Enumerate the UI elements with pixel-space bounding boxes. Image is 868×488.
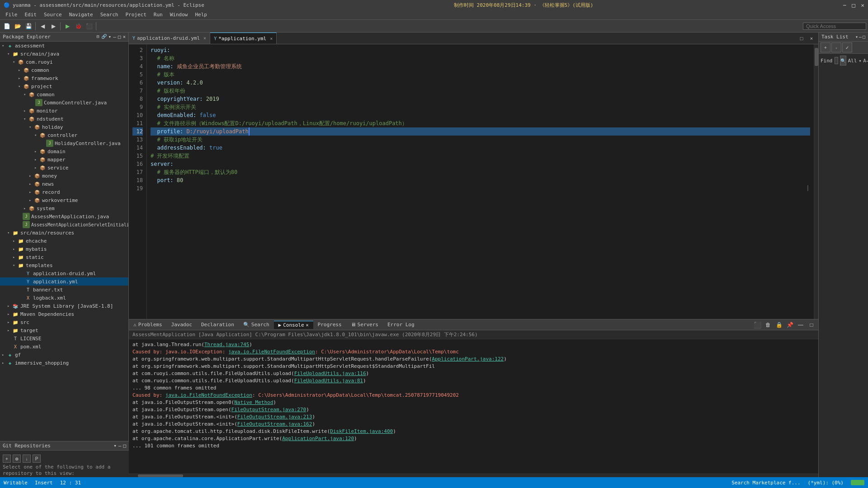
pkg-close-icon[interactable]: × (123, 34, 126, 40)
find-input[interactable] (835, 57, 838, 64)
tree-item-immersive[interactable]: ▸ ◈ immersive_shopping (0, 359, 128, 367)
tree-item-src-main-java[interactable]: ▾ 📁 src/main/java (0, 50, 128, 58)
tree-item-static[interactable]: ▸ 📁 static (0, 253, 128, 261)
console-tab-close[interactable]: × (306, 323, 309, 328)
tree-item-workovertime[interactable]: ▸ 📦 workovertime (0, 196, 128, 204)
find-replace-icon[interactable]: A→ (863, 58, 868, 63)
tree-item-jre[interactable]: ▸ 📚 JRE System Library [JavaSE-1.8] (0, 302, 128, 310)
git-maximize-icon[interactable]: □ (123, 443, 126, 449)
task-list-minimize[interactable]: — (859, 34, 862, 39)
tab-app-yml[interactable]: Y *application.yml × (210, 33, 277, 44)
menu-edit[interactable]: Edit (21, 11, 41, 19)
console-terminate-button[interactable]: ⬛ (752, 320, 762, 330)
tree-item-target[interactable]: ▸ 📁 target (0, 326, 128, 334)
titlebar-controls[interactable]: − □ × (843, 2, 864, 9)
find-submit-button[interactable]: 🔍 (840, 56, 846, 66)
git-project-button[interactable]: P (33, 455, 41, 463)
tree-item-holiday-controller[interactable]: ▾ 📦 controller (0, 131, 128, 139)
tab-javadoc[interactable]: Javadoc (167, 321, 197, 328)
tab-declaration[interactable]: Declaration (197, 321, 239, 328)
apppart-link-2[interactable]: ApplicationPart.java:120 (282, 436, 354, 441)
tree-item-project-common[interactable]: ▾ 📦 common (0, 90, 128, 99)
console-scroll-lock-button[interactable]: 🔒 (774, 320, 784, 330)
diskfileitem-link[interactable]: DiskFileItem.java:400 (330, 428, 393, 434)
maximize-button[interactable]: □ (852, 2, 855, 9)
tree-item-holiday-controller-java[interactable]: J HolidayController.java (0, 139, 128, 147)
git-import-button[interactable]: ↓ (23, 455, 31, 463)
tab-druid-close[interactable]: × (203, 36, 206, 41)
tree-item-system[interactable]: ▸ 📦 system (0, 204, 128, 212)
tree-item-framework[interactable]: ▸ 📦 framework (0, 74, 128, 82)
tree-item-monitor[interactable]: ▸ 📦 monitor (0, 107, 128, 115)
debug-button[interactable]: 🐞 (73, 21, 83, 31)
tree-item-assessment[interactable]: ▾ ◈ assessment (0, 42, 128, 50)
git-minimize-icon[interactable]: — (118, 443, 122, 449)
fos-init-link-1[interactable]: FileOutputStream.java:213 (237, 414, 312, 420)
tree-item-holiday[interactable]: ▾ 📦 holiday (0, 123, 128, 131)
fileupload-link-2[interactable]: FileUploadUtils.java:81 (294, 378, 363, 384)
stop-button[interactable]: ⬛ (84, 21, 94, 31)
tree-item-common[interactable]: ▸ 📦 common (0, 66, 128, 74)
tree-item-common-controller[interactable]: J CommonController.java (0, 99, 128, 107)
quick-access-input[interactable] (803, 23, 866, 30)
menu-search[interactable]: Search (97, 11, 122, 19)
tree-item-app-yml[interactable]: Y application.yml (0, 277, 128, 286)
menu-project[interactable]: Project (122, 11, 150, 19)
tree-item-domain[interactable]: ▸ 📦 domain (0, 147, 128, 155)
close-button[interactable]: × (861, 2, 864, 9)
tab-progress[interactable]: Progress (313, 321, 346, 328)
save-button[interactable]: 💾 (24, 21, 33, 31)
menu-run[interactable]: Run (150, 11, 166, 19)
console-scrollbar-h[interactable] (129, 474, 818, 477)
tree-item-maven-deps[interactable]: ▸ 📁 Maven Dependencies (0, 310, 128, 318)
open-button[interactable]: 📂 (13, 21, 23, 31)
tab-druid[interactable]: Y application-druid.yml × (129, 33, 210, 44)
fileupload-link-1[interactable]: FileUploadUtils.java:116 (294, 371, 366, 376)
back-button[interactable]: ◀ (38, 21, 47, 31)
tab-search[interactable]: 🔍 Search (239, 321, 274, 328)
console-maximize-button[interactable]: □ (807, 320, 816, 330)
tree-item-news[interactable]: ▸ 📦 news (0, 180, 128, 188)
tree-item-ndstudent[interactable]: ▾ 📦 ndstudent (0, 115, 128, 123)
tree-item-money[interactable]: ▸ 📦 money (0, 172, 128, 180)
tree-item-assess-servlet-java[interactable]: J AssessMentApplicationServletInitialize… (0, 221, 128, 229)
tree-item-druid-yml[interactable]: Y application-druid.yml (0, 269, 128, 277)
apppart-link-1[interactable]: ApplicationPart.java:122 (432, 356, 504, 362)
filenotfound-link[interactable]: java.io.FileNotFoundException (165, 392, 252, 398)
editor-maximize-button[interactable]: □ (797, 33, 807, 43)
console-minimize-button[interactable]: — (796, 320, 806, 330)
tree-item-src-main-resources[interactable]: ▾ 📁 src/main/resources (0, 229, 128, 237)
tab-console[interactable]: ▶ Console × (274, 321, 313, 329)
tl-check-button[interactable]: ✓ (842, 42, 852, 52)
fos-init-link-2[interactable]: FileOutputStream.java:162 (237, 421, 312, 427)
tree-item-mybatis[interactable]: ▸ 📁 mybatis (0, 245, 128, 253)
git-clone-button[interactable]: ⊕ (13, 455, 21, 463)
console-clear-button[interactable]: 🗑 (763, 320, 773, 330)
menu-navigate[interactable]: Navigate (66, 11, 97, 19)
tab-servers[interactable]: 🖥 Servers (346, 321, 383, 328)
pkg-collapse-icon[interactable]: ⊟ (96, 34, 99, 40)
tree-item-ehcache[interactable]: ▸ 📁 ehcache (0, 237, 128, 245)
tree-item-record[interactable]: ▸ 📦 record (0, 188, 128, 196)
pkg-menu-icon[interactable]: ▾ (108, 34, 112, 40)
tree-item-com-ruoyi[interactable]: ▾ 📦 com.ruoyi (0, 58, 128, 66)
search-marketplace[interactable]: Search Marketplace f... (731, 480, 800, 486)
chevron-down-icon[interactable]: ▾ (859, 58, 861, 63)
editor-scrollbar[interactable] (814, 44, 818, 319)
task-list-maximize[interactable]: □ (863, 34, 865, 39)
tree-item-logback-xml[interactable]: X logback.xml (0, 294, 128, 302)
tree-item-banner-txt[interactable]: T banner.txt (0, 286, 128, 294)
tab-error-log[interactable]: Error Log (383, 321, 419, 328)
tab-app-yml-close[interactable]: × (270, 36, 273, 41)
pkg-link-icon[interactable]: 🔗 (101, 34, 107, 40)
tree-item-gf[interactable]: ▸ ◈ gf (0, 351, 128, 359)
tree-item-templates[interactable]: ▾ 📁 templates (0, 261, 128, 269)
ioexception-link[interactable]: java.io.FileNotFoundException (228, 349, 315, 355)
menu-file[interactable]: File (2, 11, 21, 19)
tab-problems[interactable]: ⚠ Problems (129, 321, 167, 328)
editor-scrollbar-thumb[interactable] (815, 48, 818, 66)
git-add-button[interactable]: + (3, 455, 11, 463)
native-method-link[interactable]: Native Method (234, 399, 273, 405)
tree-item-license[interactable]: T LICENSE (0, 334, 128, 343)
thread-link[interactable]: Thread.java:745 (204, 342, 249, 347)
